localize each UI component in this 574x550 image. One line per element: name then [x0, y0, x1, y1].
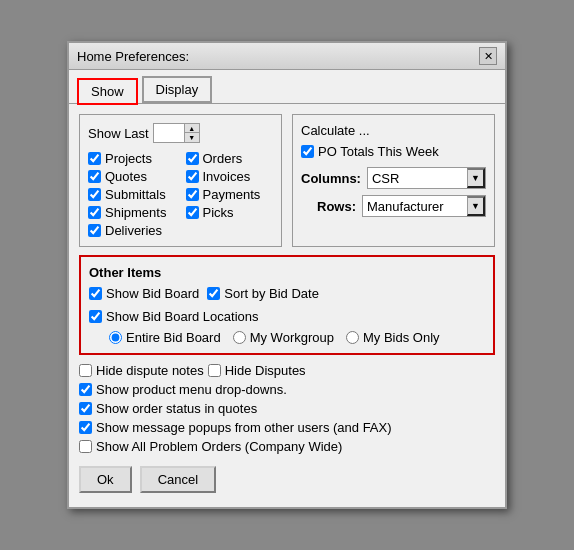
spinner-down[interactable]: ▼	[185, 133, 199, 142]
po-totals-checkbox[interactable]	[301, 145, 314, 158]
columns-row: Columns: CSR ▼	[301, 167, 486, 189]
show-bid-board-item: Show Bid Board	[89, 286, 199, 301]
radio-bids-only-input[interactable]	[346, 331, 359, 344]
show-last-row: Show Last 10 ▲ ▼	[88, 123, 273, 143]
show-last-input[interactable]: 10	[154, 125, 184, 142]
show-bid-locations-item: Show Bid Board Locations	[89, 309, 258, 324]
columns-label: Columns:	[301, 171, 361, 186]
misc-checkboxes: Hide dispute notes Hide Disputes Show pr…	[79, 363, 495, 454]
checkbox-quotes-input[interactable]	[88, 170, 101, 183]
show-bid-board-checkbox[interactable]	[89, 287, 102, 300]
misc-label-1: Show product menu drop-downs.	[96, 382, 287, 397]
checkbox-picks: Picks	[186, 205, 274, 220]
checkbox-projects: Projects	[88, 151, 176, 166]
calculate-section: Calculate ... PO Totals This Week Column…	[292, 114, 495, 247]
rows-label: Rows:	[301, 199, 356, 214]
misc-checkbox-3[interactable]	[79, 421, 92, 434]
checkbox-deliveries: Deliveries	[88, 223, 176, 238]
rows-dropdown-btn[interactable]: ▼	[467, 196, 485, 216]
checkbox-invoices-input[interactable]	[186, 170, 199, 183]
checkbox-shipments-label: Shipments	[105, 205, 166, 220]
checkbox-payments-input[interactable]	[186, 188, 199, 201]
checkbox-picks-input[interactable]	[186, 206, 199, 219]
sort-bid-date-item: Sort by Bid Date	[207, 286, 319, 301]
checkbox-orders: Orders	[186, 151, 274, 166]
po-totals-label: PO Totals This Week	[318, 144, 439, 159]
checkbox-submittals-label: Submittals	[105, 187, 166, 202]
checkbox-payments: Payments	[186, 187, 274, 202]
cancel-button[interactable]: Cancel	[140, 466, 216, 493]
radio-bids-only-label: My Bids Only	[363, 330, 440, 345]
calculate-title: Calculate ...	[301, 123, 486, 138]
misc-checkbox-2[interactable]	[79, 402, 92, 415]
columns-dropdown-btn[interactable]: ▼	[467, 168, 485, 188]
show-last-spinner[interactable]: 10 ▲ ▼	[153, 123, 200, 143]
spinner-buttons: ▲ ▼	[184, 124, 199, 142]
checkbox-shipments: Shipments	[88, 205, 176, 220]
show-last-label: Show Last	[88, 126, 149, 141]
home-preferences-dialog: Home Preferences: ✕ Show Display Show La…	[67, 41, 507, 509]
misc-checkbox-4[interactable]	[79, 440, 92, 453]
radio-entire-input[interactable]	[109, 331, 122, 344]
other-items-checkboxes-row: Show Bid Board Sort by Bid Date Show Bid…	[89, 286, 485, 324]
columns-dropdown[interactable]: CSR ▼	[367, 167, 486, 189]
tab-display[interactable]: Display	[142, 76, 213, 103]
misc-row-2: Show order status in quotes	[79, 401, 495, 416]
tab-bar: Show Display	[69, 70, 505, 103]
radio-my-bids-only: My Bids Only	[346, 330, 440, 345]
columns-value: CSR	[368, 169, 467, 188]
radio-entire-bid-board: Entire Bid Board	[109, 330, 221, 345]
buttons-row: Ok Cancel	[79, 462, 495, 497]
rows-row: Rows: Manufacturer ▼	[301, 195, 486, 217]
checkboxes-grid: Projects Orders Quotes Invoices	[88, 151, 273, 238]
misc-label-3: Show message popups from other users (an…	[96, 420, 392, 435]
checkbox-submittals-input[interactable]	[88, 188, 101, 201]
dialog-title: Home Preferences:	[77, 49, 189, 64]
other-items-title: Other Items	[89, 265, 485, 280]
misc-row-0: Hide dispute notes Hide Disputes	[79, 363, 495, 378]
checkbox-orders-label: Orders	[203, 151, 243, 166]
checkbox-shipments-input[interactable]	[88, 206, 101, 219]
misc-checkbox-1[interactable]	[79, 383, 92, 396]
checkbox-deliveries-label: Deliveries	[105, 223, 162, 238]
checkbox-deliveries-input[interactable]	[88, 224, 101, 237]
misc-checkbox-0[interactable]	[79, 364, 92, 377]
checkbox-projects-input[interactable]	[88, 152, 101, 165]
radio-entire-label: Entire Bid Board	[126, 330, 221, 345]
checkbox-submittals: Submittals	[88, 187, 176, 202]
checkbox-quotes: Quotes	[88, 169, 176, 184]
checkbox-picks-label: Picks	[203, 205, 234, 220]
checkbox-projects-label: Projects	[105, 151, 152, 166]
checkbox-quotes-label: Quotes	[105, 169, 147, 184]
po-totals-row: PO Totals This Week	[301, 144, 486, 159]
show-bid-locations-checkbox[interactable]	[89, 310, 102, 323]
misc-label-hide-disputes: Hide Disputes	[225, 363, 306, 378]
ok-button[interactable]: Ok	[79, 466, 132, 493]
misc-label-2: Show order status in quotes	[96, 401, 257, 416]
show-bid-locations-label: Show Bid Board Locations	[106, 309, 258, 324]
other-items-section: Other Items Show Bid Board Sort by Bid D…	[79, 255, 495, 355]
radio-my-workgroup: My Workgroup	[233, 330, 334, 345]
rows-dropdown[interactable]: Manufacturer ▼	[362, 195, 486, 217]
radio-workgroup-label: My Workgroup	[250, 330, 334, 345]
misc-row-4: Show All Problem Orders (Company Wide)	[79, 439, 495, 454]
show-last-section: Show Last 10 ▲ ▼ Projects	[79, 114, 282, 247]
checkbox-invoices-label: Invoices	[203, 169, 251, 184]
show-bid-board-label: Show Bid Board	[106, 286, 199, 301]
top-section: Show Last 10 ▲ ▼ Projects	[79, 114, 495, 247]
radio-workgroup-input[interactable]	[233, 331, 246, 344]
checkbox-payments-label: Payments	[203, 187, 261, 202]
sort-bid-date-checkbox[interactable]	[207, 287, 220, 300]
tab-show[interactable]: Show	[77, 78, 138, 105]
checkbox-orders-input[interactable]	[186, 152, 199, 165]
spinner-up[interactable]: ▲	[185, 124, 199, 133]
misc-label-4: Show All Problem Orders (Company Wide)	[96, 439, 342, 454]
rows-value: Manufacturer	[363, 197, 467, 216]
checkbox-invoices: Invoices	[186, 169, 274, 184]
misc-checkbox-hide-disputes[interactable]	[208, 364, 221, 377]
sort-bid-date-label: Sort by Bid Date	[224, 286, 319, 301]
close-button[interactable]: ✕	[479, 47, 497, 65]
misc-label-0: Hide dispute notes	[96, 363, 204, 378]
content-area: Show Last 10 ▲ ▼ Projects	[69, 103, 505, 507]
misc-row-1: Show product menu drop-downs.	[79, 382, 495, 397]
